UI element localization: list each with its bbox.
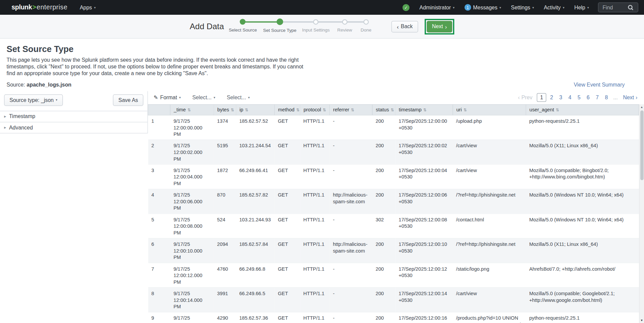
- caret-right-icon: ▸: [4, 114, 6, 118]
- back-button-label: Back: [401, 23, 412, 30]
- page-button-6[interactable]: 6: [584, 94, 592, 101]
- source-type-dropdown[interactable]: Source type: _json ▾: [4, 94, 63, 106]
- cell-timestamp: 17/Sep/2025:12:00:08 +0530: [395, 213, 453, 238]
- table-row: 5 9/17/25 12:00:08.000 PM 524 103.21.244…: [148, 213, 639, 238]
- cell-timestamp: 17/Sep/2025:12:00:12 +0530: [395, 263, 453, 287]
- page-button-7[interactable]: 7: [593, 94, 601, 101]
- cell-protocol: HTTP/1.1: [300, 140, 330, 164]
- cell-bytes: 3991: [214, 287, 236, 312]
- cell-uri: /?ref=http://phishingsite.net: [453, 189, 526, 213]
- apps-menu[interactable]: Apps ▾: [75, 0, 101, 15]
- pencil-icon: ✎: [154, 94, 158, 100]
- cell-user-agent: Mozilla/5.0 (Windows NT 10.0; Win64; x64…: [526, 213, 639, 238]
- cell-uri: /?ref=http://phishingsite.net: [453, 238, 526, 263]
- col-header-label: protocol: [303, 107, 321, 112]
- cell-time-clock: 12:00:16.000 PM: [174, 321, 210, 323]
- user-menu-label: Administrator: [419, 4, 451, 10]
- cell-ip: 66.249.66.41: [236, 164, 275, 189]
- settings-menu[interactable]: Settings ▾: [506, 0, 539, 15]
- source-type-sidebar: Source type: _json ▾ Save As ▸ Timestamp…: [0, 91, 148, 133]
- col-header-label: method: [278, 107, 295, 112]
- col-header-label: bytes: [217, 107, 229, 112]
- col-header-time[interactable]: _time⇅: [170, 104, 214, 115]
- prev-page-button[interactable]: ‹ Prev: [518, 94, 532, 100]
- col-header-user-agent[interactable]: user_agent⇅: [526, 104, 639, 115]
- col-header-protocol[interactable]: protocol⇅: [300, 104, 330, 115]
- cell-time: 9/17/25 12:00:00.000 PM: [170, 115, 214, 140]
- caret-down-icon: ▾: [94, 6, 96, 9]
- highlight-select-dropdown-1[interactable]: Select... ▾: [192, 94, 215, 100]
- accordion-section-timestamp[interactable]: ▸ Timestamp: [0, 111, 147, 122]
- cell-referrer: -: [330, 213, 372, 238]
- cell-user-agent: Mozilla/5.0 (compatible; Bingbot/2.0; +h…: [526, 164, 639, 189]
- scroll-up-button[interactable]: ▲: [639, 104, 644, 109]
- next-button[interactable]: Next ›: [427, 21, 452, 32]
- back-button[interactable]: ‹ Back: [392, 21, 418, 32]
- format-dropdown[interactable]: ✎ Format ▾: [154, 94, 181, 100]
- activity-menu-label: Activity: [544, 4, 560, 10]
- col-header-method[interactable]: method⇅: [275, 104, 300, 115]
- cell-row-number: 9: [148, 312, 170, 323]
- view-event-summary-link[interactable]: View Event Summary: [574, 82, 625, 88]
- caret-down-icon: ▾: [499, 6, 501, 9]
- find-input[interactable]: [602, 4, 626, 11]
- col-header-uri[interactable]: uri⇅: [453, 104, 526, 115]
- cell-uri: /cart/view: [453, 287, 526, 312]
- cell-protocol: HTTP/1.1: [300, 189, 330, 213]
- cell-user-agent: python-requests/2.25.1: [526, 312, 639, 323]
- splunk-logo[interactable]: splunk>enterprise: [11, 4, 67, 11]
- page-button-1[interactable]: 1: [537, 93, 546, 102]
- save-as-button[interactable]: Save As: [113, 94, 143, 106]
- scroll-down-button[interactable]: ▼: [639, 318, 644, 323]
- page-button-2[interactable]: 2: [548, 94, 556, 101]
- table-row: 3 9/17/25 12:00:04.000 PM 1872 66.249.66…: [148, 164, 639, 189]
- page-button-8[interactable]: 8: [602, 94, 610, 101]
- messages-menu[interactable]: 1 Messages ▾: [459, 0, 506, 15]
- activity-menu[interactable]: Activity ▾: [539, 0, 569, 15]
- cell-protocol: HTTP/1.1: [300, 263, 330, 287]
- caret-down-icon: ▾: [213, 96, 215, 99]
- cell-time: 9/17/25 12:00:12.000 PM: [170, 263, 214, 287]
- scrollbar-thumb[interactable]: [640, 110, 643, 180]
- page-button-5[interactable]: 5: [575, 94, 583, 101]
- source-label: Source:: [7, 82, 25, 88]
- next-page-button[interactable]: Next ›: [623, 94, 637, 100]
- cell-row-number: 6: [148, 238, 170, 263]
- cell-referrer: http://malicious-spam-site.com: [330, 189, 372, 213]
- cell-time-date: 9/17/25: [174, 118, 210, 124]
- cell-referrer: -: [330, 140, 372, 164]
- col-header-referrer[interactable]: referrer⇅: [330, 104, 372, 115]
- cell-row-number: 2: [148, 140, 170, 164]
- cell-time-date: 9/17/25: [174, 142, 210, 149]
- splunk-app: splunk>enterprise Apps ▾ ✓ Administrator…: [0, 0, 644, 323]
- health-status[interactable]: ✓: [398, 0, 414, 15]
- help-menu[interactable]: Help ▾: [569, 0, 594, 15]
- page-description: This page lets you see how the Splunk pl…: [7, 57, 311, 77]
- table-row: 9 9/17/25 12:00:16.000 PM 4290 185.62.57…: [148, 312, 639, 323]
- vertical-scrollbar[interactable]: ▲ ▼: [639, 104, 644, 323]
- caret-down-icon: ▾: [453, 6, 455, 9]
- caret-down-icon: ▾: [248, 96, 250, 99]
- add-data-wizard-bar: Add Data Select Source Set Source Type I…: [0, 15, 644, 39]
- accordion-section-label: Advanced: [9, 124, 33, 130]
- col-header-status[interactable]: status⇅: [372, 104, 395, 115]
- cell-protocol: HTTP/1.1: [300, 238, 330, 263]
- cell-status: 302: [372, 213, 395, 238]
- events-table-zone: _time⇅ bytes⇅ ip⇅ method⇅ protocol⇅ refe…: [148, 104, 639, 323]
- find-search-box[interactable]: [598, 2, 638, 12]
- cell-ip: 103.21.244.93: [236, 213, 275, 238]
- col-header-ip[interactable]: ip⇅: [236, 104, 275, 115]
- table-row: 1 9/17/25 12:00:00.000 PM 1374 185.62.57…: [148, 115, 639, 140]
- page-button-3[interactable]: 3: [557, 94, 565, 101]
- accordion-section-advanced[interactable]: ▸ Advanced: [0, 122, 147, 133]
- cell-user-agent: Mozilla/5.0 (Windows NT 10.0; Win64; x64…: [526, 189, 639, 213]
- cell-ip: 185.62.57.82: [236, 189, 275, 213]
- cell-method: GET: [275, 189, 300, 213]
- user-menu[interactable]: Administrator ▾: [414, 0, 459, 15]
- cell-bytes: 4760: [214, 263, 236, 287]
- col-header-timestamp[interactable]: timestamp⇅: [395, 104, 453, 115]
- cell-protocol: HTTP/1.1: [300, 115, 330, 140]
- col-header-bytes[interactable]: bytes⇅: [214, 104, 236, 115]
- page-button-4[interactable]: 4: [566, 94, 574, 101]
- highlight-select-dropdown-2[interactable]: Select... ▾: [227, 94, 250, 100]
